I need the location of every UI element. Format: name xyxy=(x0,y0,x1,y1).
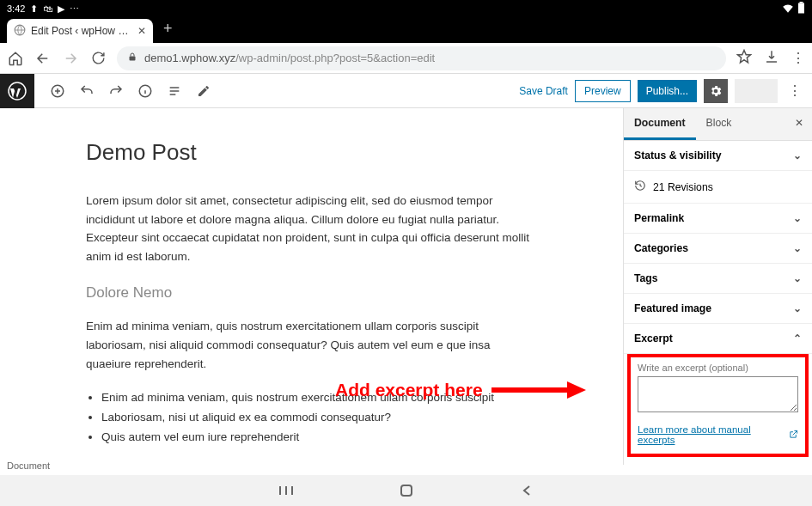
list-block[interactable]: Enim ad minima veniam, quis nostrum exer… xyxy=(101,388,548,448)
android-status-bar: 3:42 ⬆ 🛍 ▶ ⋯ xyxy=(0,0,812,17)
panel-tags[interactable]: Tags⌄ xyxy=(624,264,812,294)
excerpt-field-label: Write an excerpt (optional) xyxy=(638,363,798,373)
notif-icon: ▶ xyxy=(58,3,64,15)
excerpt-input[interactable] xyxy=(638,376,798,412)
panel-excerpt[interactable]: Excerpt⌃ xyxy=(624,324,812,354)
download-icon[interactable] xyxy=(764,49,779,68)
recents-button[interactable] xyxy=(278,482,295,499)
tab-block[interactable]: Block xyxy=(696,108,742,140)
lock-icon xyxy=(127,52,137,64)
battery-icon xyxy=(797,2,805,15)
tab-document[interactable]: Document xyxy=(624,108,696,140)
add-block-icon[interactable] xyxy=(50,83,65,99)
panel-featured-image[interactable]: Featured image⌄ xyxy=(624,294,812,324)
settings-button[interactable] xyxy=(704,79,728,103)
url-text: demo1.wphow.xyz/wp-admin/post.php?post=5… xyxy=(144,52,435,64)
wp-logo-icon[interactable] xyxy=(0,74,34,108)
list-item[interactable]: Laboriosam, nisi ut aliquid ex ea commod… xyxy=(101,408,548,428)
wifi-icon xyxy=(782,3,794,15)
close-icon[interactable]: ✕ xyxy=(137,25,146,37)
android-nav-bar xyxy=(0,475,812,506)
preview-button[interactable]: Preview xyxy=(575,80,631,102)
svg-rect-0 xyxy=(800,2,803,3)
list-item[interactable]: Quis autem vel eum iure reprehenderit xyxy=(101,428,548,448)
save-draft-button[interactable]: Save Draft xyxy=(519,85,568,97)
excerpt-help-link[interactable]: Learn more about manual excerpts xyxy=(638,424,798,445)
home-button[interactable] xyxy=(398,482,415,499)
svg-rect-12 xyxy=(401,485,412,496)
new-tab-button[interactable]: + xyxy=(163,20,173,38)
settings-sidebar: Document Block ✕ Status & visibility ⌄ 2… xyxy=(623,108,812,465)
post-title[interactable]: Demo Post xyxy=(86,139,623,166)
wp-editor-toolbar: Save Draft Preview Publish... ⋮ xyxy=(0,74,812,108)
notif-icon: ⬆ xyxy=(30,3,38,15)
status-time: 3:42 xyxy=(7,3,25,14)
home-icon[interactable] xyxy=(7,50,24,67)
svg-rect-3 xyxy=(130,57,136,61)
heading-block[interactable]: Dolore Nemo xyxy=(86,284,623,302)
back-icon[interactable] xyxy=(34,50,52,67)
breadcrumb-status[interactable]: Document xyxy=(7,460,50,471)
editor-canvas[interactable]: Demo Post Lorem ipsum dolor sit amet, co… xyxy=(0,108,623,465)
notif-icon: 🛍 xyxy=(43,3,52,14)
chevron-down-icon: ⌄ xyxy=(793,149,802,162)
edit-icon[interactable] xyxy=(196,83,211,99)
svg-rect-1 xyxy=(798,3,804,14)
panel-categories[interactable]: Categories⌄ xyxy=(624,234,812,264)
panel-discussion[interactable]: Discussion⌄ xyxy=(624,457,812,465)
tab-title: Edit Post ‹ wpHow — Wor xyxy=(31,25,132,37)
forward-icon[interactable] xyxy=(62,50,79,67)
revisions-label: 21 Revisions xyxy=(653,181,713,193)
chevron-up-icon: ⌃ xyxy=(793,332,802,344)
browser-toolbar: demo1.wphow.xyz/wp-admin/post.php?post=5… xyxy=(0,43,812,74)
panel-permalink[interactable]: Permalink⌄ xyxy=(624,204,812,234)
more-options-icon[interactable]: ⋮ xyxy=(785,82,805,99)
outline-icon[interactable] xyxy=(167,83,182,99)
paragraph-block[interactable]: Enim ad minima veniam, quis nostrum exer… xyxy=(86,317,533,373)
revisions-row[interactable]: 21 Revisions xyxy=(624,171,812,204)
browser-tab-strip: Edit Post ‹ wpHow — Wor ✕ + xyxy=(0,17,812,43)
browser-tab[interactable]: Edit Post ‹ wpHow — Wor ✕ xyxy=(7,19,153,43)
reload-icon[interactable] xyxy=(89,50,107,67)
excerpt-panel-body: Write an excerpt (optional) Learn more a… xyxy=(627,354,809,457)
history-icon xyxy=(634,180,646,194)
paragraph-block[interactable]: Lorem ipsum dolor sit amet, consectetur … xyxy=(86,192,533,265)
undo-icon[interactable] xyxy=(79,83,95,99)
star-icon[interactable] xyxy=(736,49,752,68)
redo-icon[interactable] xyxy=(108,83,124,99)
external-link-icon xyxy=(789,430,798,441)
chevron-down-icon: ⌄ xyxy=(793,302,802,314)
back-button[interactable] xyxy=(518,482,535,499)
favicon-icon xyxy=(14,24,26,39)
publish-button[interactable]: Publish... xyxy=(638,80,697,102)
panel-status-visibility[interactable]: Status & visibility ⌄ xyxy=(624,141,812,171)
chevron-down-icon: ⌄ xyxy=(793,242,802,254)
close-sidebar-icon[interactable]: ✕ xyxy=(795,117,803,129)
info-icon[interactable] xyxy=(137,83,153,99)
chevron-down-icon: ⌄ xyxy=(793,272,802,284)
notif-more-icon: ⋯ xyxy=(70,3,79,15)
address-bar[interactable]: demo1.wphow.xyz/wp-admin/post.php?post=5… xyxy=(117,46,726,70)
list-item[interactable]: Enim ad minima veniam, quis nostrum exer… xyxy=(101,388,548,408)
chevron-down-icon: ⌄ xyxy=(793,212,802,224)
kebab-icon[interactable]: ⋮ xyxy=(791,50,805,66)
user-box[interactable] xyxy=(735,79,778,103)
